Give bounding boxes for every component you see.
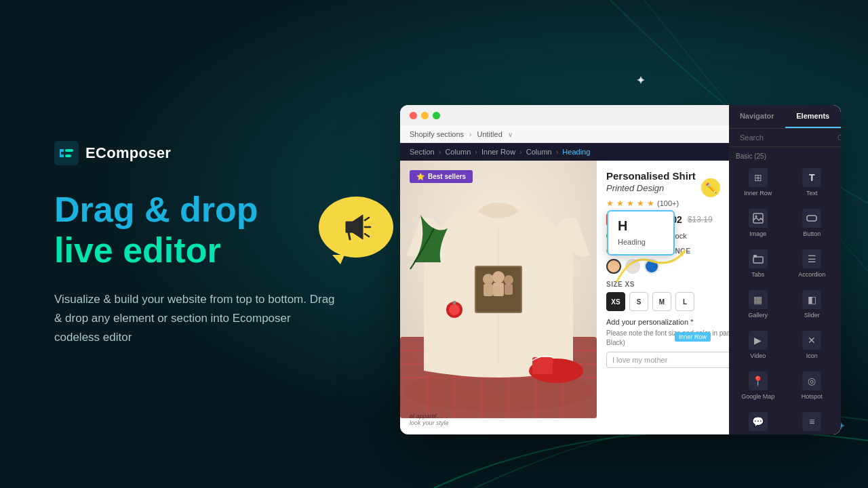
svg-rect-28	[493, 283, 504, 296]
svg-rect-26	[484, 284, 493, 296]
edit-pencil-icon[interactable]: ✏️	[701, 178, 720, 197]
svg-rect-6	[346, 222, 353, 232]
svg-rect-3	[65, 149, 73, 152]
slider-icon: ◧	[802, 290, 821, 309]
heading-popup-label: Heading	[618, 238, 646, 246]
hotspot-icon: ◎	[802, 371, 821, 390]
element-tabs[interactable]: Tabs	[732, 244, 785, 283]
breadcrumb-section: Section	[410, 148, 435, 156]
swatch-orange[interactable]	[606, 259, 621, 274]
toolbar-shopify: Shopify sections	[410, 130, 464, 138]
inner-row-tooltip: Inner Row	[675, 332, 711, 342]
tabs-icon	[749, 249, 768, 268]
accordion-icon: ☰	[802, 249, 821, 268]
element-image[interactable]: Image	[732, 203, 785, 243]
left-panel: EComposer Drag & drop live editor Visual…	[0, 100, 380, 388]
element-accordion[interactable]: ☰ Accordion	[786, 244, 839, 283]
star5: ★	[647, 199, 654, 208]
size-l[interactable]: L	[675, 292, 694, 311]
svg-line-10	[349, 232, 350, 239]
swatch-blue[interactable]	[644, 259, 659, 274]
elements-panel: Navigator Elements CTRL+X Basic (25)	[729, 161, 841, 434]
size-m[interactable]: M	[652, 292, 671, 311]
review-count: (100+)	[657, 199, 679, 207]
element-text[interactable]: T Text	[786, 163, 839, 202]
inner-row-icon: ⊞	[749, 168, 768, 187]
heading-popup-letter: H	[618, 218, 664, 234]
gallery-icon: ▦	[749, 290, 768, 309]
svg-rect-4	[65, 155, 71, 157]
element-inner-row[interactable]: ⊞ Inner Row	[732, 163, 785, 202]
browser-dot-green[interactable]	[433, 112, 440, 119]
icon-list-icon: ≡	[802, 412, 821, 431]
element-icon[interactable]: ✕ Icon	[786, 325, 839, 365]
breadcrumb-heading: Heading	[562, 148, 590, 156]
image-icon	[749, 209, 768, 228]
toolbar-untitled: Untitled	[477, 130, 502, 138]
svg-point-29	[504, 275, 513, 285]
megaphone-bubble	[319, 197, 393, 258]
svg-rect-30	[505, 284, 513, 295]
element-google-map[interactable]: 📍 Google Map	[732, 366, 785, 405]
swatch-beige[interactable]	[625, 259, 640, 274]
size-xs[interactable]: XS	[606, 292, 625, 311]
headline-line2: live editor	[54, 230, 339, 271]
icon-icon: ✕	[802, 331, 821, 350]
testimonials-icon: 💬	[749, 412, 768, 431]
svg-rect-33	[453, 301, 456, 304]
element-testimonials[interactable]: 💬 Testimonials	[732, 407, 785, 434]
svg-point-32	[449, 304, 460, 315]
star3: ★	[627, 199, 634, 208]
element-video[interactable]: ▶ Video	[732, 325, 785, 365]
text-icon: T	[802, 168, 821, 187]
browser-dot-red[interactable]	[410, 112, 417, 119]
video-icon: ▶	[749, 331, 768, 350]
product-shirt-svg	[400, 161, 597, 418]
svg-point-25	[483, 274, 494, 285]
element-icon-list[interactable]: ≡ Icon List	[786, 407, 839, 434]
element-button[interactable]: Button	[786, 203, 839, 243]
heading-popup: H Heading	[607, 210, 675, 256]
browser-body: Section › Column › Inner Row › Column › …	[400, 143, 841, 434]
star4: ★	[637, 199, 644, 208]
logo: EComposer	[54, 141, 339, 165]
star1: ★	[606, 199, 614, 208]
svg-line-7	[365, 218, 369, 220]
element-gallery[interactable]: ▦ Gallery	[732, 285, 785, 324]
editor-wrapper: Section › Column › Inner Row › Column › …	[400, 143, 841, 434]
product-image: ⭐ Best sellers ol apparel look your styl…	[400, 161, 597, 434]
best-sellers-badge: ⭐ Best sellers	[410, 170, 473, 183]
browser-dot-yellow[interactable]	[421, 112, 429, 119]
logo-text: EComposer	[85, 144, 171, 162]
headline: Drag & drop live editor	[54, 190, 339, 271]
browser-window: Shopify sections › Untitled ∨ Section › …	[400, 105, 841, 434]
element-slider[interactable]: ◧ Slider	[786, 285, 839, 324]
size-s[interactable]: S	[629, 292, 648, 311]
product-area: ⭐ Best sellers ol apparel look your styl…	[400, 161, 841, 434]
breadcrumb-column2: Column	[526, 148, 552, 156]
svg-rect-40	[807, 216, 816, 221]
apparel-watermark: ol apparel look your style	[410, 413, 449, 426]
elements-grid: ⊞ Inner Row T Text Image	[729, 163, 841, 434]
description-text: Visualize & build your website from top …	[54, 290, 339, 347]
headline-line1: Drag & drop	[54, 190, 339, 230]
star2: ★	[616, 199, 624, 208]
google-map-icon: 📍	[749, 371, 768, 390]
price-original: $13.19	[688, 215, 713, 224]
svg-point-27	[492, 271, 505, 283]
svg-rect-41	[753, 257, 763, 263]
button-icon	[802, 209, 821, 228]
megaphone-icon	[339, 212, 373, 242]
breadcrumb-column: Column	[445, 148, 471, 156]
breadcrumb-inner-row: Inner Row	[481, 148, 515, 156]
element-hotspot[interactable]: ◎ Hotspot	[786, 366, 839, 405]
svg-rect-42	[753, 255, 757, 258]
svg-rect-35	[532, 357, 553, 374]
svg-line-9	[365, 234, 369, 237]
product-image-column: ⭐ Best sellers ol apparel look your styl…	[400, 161, 597, 434]
logo-icon	[54, 141, 79, 165]
svg-rect-2	[54, 141, 79, 165]
